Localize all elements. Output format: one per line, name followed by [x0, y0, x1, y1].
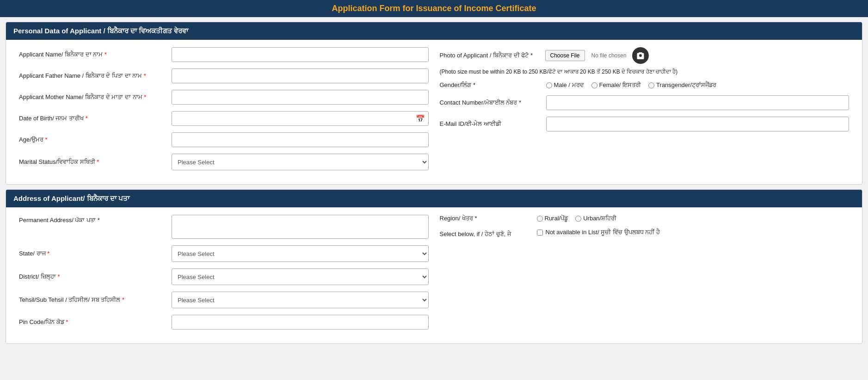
top-banner: Application Form for Issuance of Income … — [0, 0, 868, 17]
applicant-name-label: Applicant Name/ ਬਿਨੈਕਾਰ ਦਾ ਨਾਮ * — [19, 51, 167, 58]
dob-row: Date of Birth/ ਜਨਮ ਤਾਰੀਖ * 📅 — [19, 111, 429, 126]
applicant-name-row: Applicant Name/ ਬਿਨੈਕਾਰ ਦਾ ਨਾਮ * — [19, 47, 429, 62]
dob-input[interactable] — [172, 111, 429, 126]
gender-transgender-radio[interactable] — [648, 82, 654, 88]
region-urban-option[interactable]: Urban/ਸ਼ਹਿਰੀ — [575, 215, 616, 222]
contact-row: Contact Number/ਮੋਬਾਈਲ ਨੰਬਰ * — [440, 95, 850, 110]
not-available-label: Not available in List/ ਸੂਚੀ ਵਿੱਚ ਉਪਲਬਧ ਨ… — [546, 229, 660, 236]
no-file-text: No file chosen — [591, 52, 627, 59]
gender-male-option[interactable]: Male / ਮਰਦ — [546, 81, 584, 89]
mother-name-input[interactable] — [172, 90, 429, 105]
gender-female-option[interactable]: Female/ ਇਸਤਰੀ — [591, 81, 641, 89]
address-section-header: Address of Applicant/ ਬਿਨੈਕਾਰ ਦਾ ਪਤਾ — [6, 190, 862, 207]
district-label: District/ ਜ਼ਿਲ੍ਹਾ * — [19, 273, 167, 280]
photo-note: (Photo size must be within 20 KB to 250 … — [440, 68, 850, 76]
father-name-input[interactable] — [172, 69, 429, 83]
photo-row: Photo of Applicant / ਬਿਨੈਕਾਰ ਦੀ ਫੋਟੋ * C… — [440, 47, 850, 64]
mother-name-row: Applicant Mother Name/ ਬਿਨੈਕਾਰ ਦੇ ਮਾਤਾ ਦ… — [19, 90, 429, 105]
region-urban-radio[interactable] — [575, 216, 581, 222]
select-below-row: Select below, if / ਹੇਠਾਂ ਚੁਣੋ, ਜੇ Not av… — [440, 229, 850, 238]
district-row: District/ ਜ਼ਿਲ੍ਹਾ * Please Select — [19, 268, 429, 285]
tehsil-row: Tehsil/Sub Tehsil / ਤਹਿਸੀਲ/ ਸਬ ਤਹਿਸੀਲ * … — [19, 292, 429, 308]
choose-file-button[interactable]: Choose File — [545, 50, 585, 61]
tehsil-label: Tehsil/Sub Tehsil / ਤਹਿਸੀਲ/ ਸਬ ਤਹਿਸੀਲ * — [19, 296, 167, 304]
marital-status-label: Marital Status/ਵਿਵਾਹਿਕ ਸਥਿਤੀ * — [19, 158, 167, 166]
permanent-address-row: Permanent Address/ ਪੱਕਾ ਪਤਾ * — [19, 215, 429, 239]
pin-code-input[interactable] — [172, 315, 429, 330]
address-section: Address of Applicant/ ਬਿਨੈਕਾਰ ਦਾ ਪਤਾ Per… — [6, 189, 862, 344]
marital-status-row: Marital Status/ਵਿਵਾਹਿਕ ਸਥਿਤੀ * Please Se… — [19, 154, 429, 170]
region-label: Region/ ਖੇਤਰ * — [440, 215, 532, 222]
gender-label: Gender/ਲਿੰਗ * — [440, 81, 542, 89]
region-rural-option[interactable]: Rural/ਪੇਂਡੂ — [537, 215, 568, 222]
gender-radio-group: Male / ਮਰਦ Female/ ਇਸਤਰੀ Transgender/ਟ੍ਰ… — [546, 81, 716, 89]
contact-label: Contact Number/ਮੋਬਾਈਲ ਨੰਬਰ * — [440, 99, 542, 106]
age-input[interactable] — [172, 132, 429, 147]
dob-label: Date of Birth/ ਜਨਮ ਤਾਰੀਖ * — [19, 115, 167, 122]
father-name-label: Applicant Father Name / ਬਿਨੈਕਾਰ ਦੇ ਪਿਤਾ … — [19, 72, 167, 80]
not-available-checkbox[interactable] — [537, 230, 543, 236]
gender-male-radio[interactable] — [546, 82, 552, 88]
photo-label: Photo of Applicant / ਬਿਨੈਕਾਰ ਦੀ ਫੋਟੋ * — [440, 52, 542, 59]
region-row: Region/ ਖੇਤਰ * Rural/ਪੇਂਡੂ Urban/ਸ਼ਹਿਰੀ — [440, 215, 850, 222]
state-row: State/ ਰਾਜ * Please Select — [19, 245, 429, 262]
gender-female-radio[interactable] — [591, 82, 597, 88]
email-label: E-Mail ID/ਈ-ਮੇਲ ਆਈਡੀ — [440, 120, 542, 128]
gender-transgender-option[interactable]: Transgender/ਟ੍ਰਾਂਸਜੈਂਡਰ — [648, 81, 716, 89]
not-available-checkbox-row: Not available in List/ ਸੂਚੀ ਵਿੱਚ ਉਪਲਬਧ ਨ… — [537, 229, 660, 236]
personal-data-section: Personal Data of Applicant / ਬਿਨੈਕਾਰ ਦਾ … — [6, 22, 862, 185]
applicant-name-input[interactable] — [172, 47, 429, 62]
select-below-label: Select below, if / ਹੇਠਾਂ ਚੁਣੋ, ਜੇ — [440, 229, 532, 238]
gender-row: Gender/ਲਿੰਗ * Male / ਮਰਦ Female/ ਇਸਤਰੀ — [440, 81, 850, 89]
dob-input-wrapper: 📅 — [172, 111, 429, 126]
permanent-address-label: Permanent Address/ ਪੱਕਾ ਪਤਾ * — [19, 215, 167, 224]
region-rural-radio[interactable] — [537, 216, 543, 222]
required-marker: * — [105, 51, 107, 58]
email-input[interactable] — [546, 117, 850, 131]
marital-status-select[interactable]: Please Select — [172, 154, 429, 170]
mother-name-label: Applicant Mother Name/ ਬਿਨੈਕਾਰ ਦੇ ਮਾਤਾ ਦ… — [19, 93, 167, 101]
region-radio-group: Rural/ਪੇਂਡੂ Urban/ਸ਼ਹਿਰੀ — [537, 215, 617, 222]
father-name-row: Applicant Father Name / ਬਿਨੈਕਾਰ ਦੇ ਪਿਤਾ … — [19, 69, 429, 83]
camera-icon[interactable] — [632, 47, 649, 64]
banner-title: Application Form for Issuance of Income … — [332, 4, 536, 13]
state-select[interactable]: Please Select — [172, 245, 429, 262]
pin-code-label: Pin Code/ਪਿੱਨ ਕੋਡ * — [19, 318, 167, 326]
personal-section-header: Personal Data of Applicant / ਬਿਨੈਕਾਰ ਦਾ … — [6, 22, 862, 40]
district-select[interactable]: Please Select — [172, 268, 429, 285]
email-row: E-Mail ID/ਈ-ਮੇਲ ਆਈਡੀ — [440, 117, 850, 131]
age-label: Age/ਉਮਰ * — [19, 136, 167, 143]
state-label: State/ ਰਾਜ * — [19, 250, 167, 257]
pin-code-row: Pin Code/ਪਿੱਨ ਕੋਡ * — [19, 315, 429, 330]
age-row: Age/ਉਮਰ * — [19, 132, 429, 147]
contact-input[interactable] — [546, 95, 850, 110]
tehsil-select[interactable]: Please Select — [172, 292, 429, 308]
permanent-address-input[interactable] — [172, 215, 429, 239]
